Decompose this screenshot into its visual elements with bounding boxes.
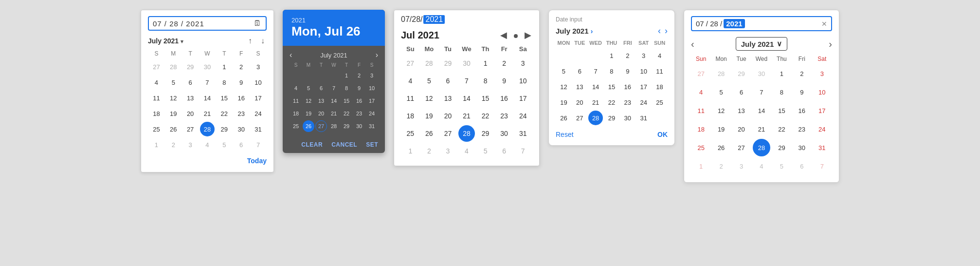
day-cell[interactable]: 11: [149, 91, 163, 105]
day-cell[interactable]: 6: [183, 75, 198, 90]
day-cell[interactable]: 16: [234, 91, 249, 105]
w2-day-highlighted[interactable]: 27: [315, 120, 327, 132]
w4-month-row: July 2021 › ‹ ›: [556, 26, 668, 36]
day-cell[interactable]: 12: [166, 91, 181, 105]
w4-next-button[interactable]: ›: [665, 26, 668, 36]
day-cell[interactable]: 28: [166, 59, 181, 74]
day-cell[interactable]: 10: [251, 75, 266, 90]
w5-day-selected[interactable]: 28: [753, 139, 770, 156]
day-cell[interactable]: 7: [200, 75, 215, 90]
w3-dot-button[interactable]: [513, 29, 519, 41]
w5-date-input[interactable]: 07 / 28 / 2021 ✕: [691, 16, 832, 31]
day-cell[interactable]: 7: [251, 137, 266, 152]
w1-dow-row: S M T W T F S: [148, 50, 267, 57]
day-cell[interactable]: 30: [200, 59, 215, 74]
w2-actions: CLEAR CANCEL SET: [283, 137, 385, 153]
dropdown-arrow-icon: ▾: [181, 38, 183, 44]
day-cell[interactable]: 1: [217, 59, 232, 74]
w4-prev-button[interactable]: ‹: [658, 26, 661, 36]
day-cell[interactable]: 29: [183, 59, 198, 74]
day-cell[interactable]: 21: [200, 106, 215, 121]
w4-ok-button[interactable]: OK: [657, 131, 668, 138]
day-cell[interactable]: 5: [166, 75, 181, 90]
w5-month-label: July 2021: [741, 40, 774, 48]
w3-next-button[interactable]: ▶: [524, 29, 532, 41]
w5-next-button[interactable]: ›: [829, 38, 832, 50]
w3-date-input[interactable]: 07/28/ 2021: [401, 15, 532, 24]
w2-day-selected[interactable]: 26: [303, 120, 314, 132]
w3-day-grid: 27 28 29 30 1 2 3 4 5 6 7 8 9 10 11 12 1…: [401, 55, 532, 160]
calendar-icon[interactable]: 🗓: [254, 19, 262, 28]
w3-prev-button[interactable]: ◀: [499, 29, 508, 41]
day-cell[interactable]: 22: [217, 106, 232, 121]
w2-set-button[interactable]: SET: [366, 141, 378, 148]
day-cell[interactable]: 14: [200, 91, 215, 105]
day-cell[interactable]: 2: [234, 59, 249, 74]
w5-dow-row: Sun Mon Tue Wed Thu Fri Sat: [691, 56, 832, 62]
w5-day-grid: 27 28 29 30 1 2 3 4 5 6 7 8 9 10 11 12 1…: [691, 64, 832, 175]
day-cell[interactable]: 24: [251, 106, 266, 121]
w1-next-button[interactable]: ↓: [259, 36, 267, 46]
day-cell[interactable]: 13: [183, 91, 198, 105]
day-cell[interactable]: 27: [149, 59, 163, 74]
w4-label: Date input: [556, 16, 668, 23]
day-cell[interactable]: 27: [183, 122, 198, 136]
day-cell[interactable]: 20: [183, 106, 198, 121]
w1-prev-button[interactable]: ↑: [246, 36, 254, 46]
day-cell[interactable]: 9: [234, 75, 249, 90]
w4-month-label: July 2021 ›: [556, 27, 593, 35]
close-icon[interactable]: ✕: [821, 20, 827, 28]
w2-month-label: July 2021: [320, 52, 347, 59]
chevron-down-icon: ∨: [777, 39, 782, 48]
w4-footer: Reset OK: [556, 131, 668, 138]
w3-nav-btns: ◀ ▶: [499, 29, 532, 41]
w2-date-big: Mon, Jul 26: [291, 24, 376, 39]
w2-prev-button[interactable]: ‹: [290, 51, 292, 59]
w3-month-nav: Jul 2021 ◀ ▶: [401, 29, 532, 41]
w5-month-nav: ‹ July 2021 ∨ ›: [691, 37, 832, 51]
w1-date-input[interactable]: 07 / 28 / 2021 🗓: [148, 16, 267, 31]
w3-dow-row: Su Mo Tu We Th Fr Sa: [401, 45, 532, 53]
w1-day-grid: 27 28 29 30 1 2 3 4 5 6 7 8 9 10 11 12 1…: [148, 59, 267, 152]
chevron-right-icon[interactable]: ›: [591, 27, 593, 35]
w4-reset-button[interactable]: Reset: [556, 131, 574, 138]
w2-clear-button[interactable]: CLEAR: [301, 141, 323, 148]
day-cell[interactable]: 6: [234, 137, 249, 152]
day-cell[interactable]: 2: [166, 137, 181, 152]
day-cell[interactable]: 29: [217, 122, 232, 136]
w4-nav: ‹ ›: [658, 26, 668, 36]
w2-month-nav: ‹ July 2021 ›: [290, 51, 378, 59]
w2-cancel-button[interactable]: CANCEL: [331, 141, 357, 148]
day-cell[interactable]: 3: [251, 59, 266, 74]
day-cell[interactable]: 8: [217, 75, 232, 90]
w2-body: ‹ July 2021 › S M T W T F S 1 2 3 4 5 6 …: [283, 46, 385, 137]
widget3-browser-native-picker: 07/28/ 2021 Jul 2021 ◀ ▶ Su Mo Tu We Th …: [394, 10, 540, 166]
w1-month-label[interactable]: July 2021 ▾: [148, 37, 183, 45]
today-button[interactable]: Today: [247, 157, 267, 165]
w2-next-button[interactable]: ›: [376, 51, 378, 59]
day-cell-selected[interactable]: 28: [200, 122, 215, 136]
w2-day-grid: 1 2 3 4 5 6 7 8 9 10 11 12 13 14 15 16 1…: [290, 69, 378, 133]
w2-dow-row: S M T W T F S: [290, 62, 378, 68]
day-cell[interactable]: 1: [149, 137, 163, 152]
day-cell[interactable]: 18: [149, 106, 163, 121]
day-cell[interactable]: 3: [183, 137, 198, 152]
day-cell[interactable]: 17: [251, 91, 266, 105]
w5-month-dropdown[interactable]: July 2021 ∨: [736, 37, 788, 51]
day-cell[interactable]: 5: [217, 137, 232, 152]
day-cell[interactable]: 4: [149, 75, 163, 90]
day-cell[interactable]: 25: [149, 122, 163, 136]
day-cell[interactable]: 4: [200, 137, 215, 152]
w1-nav: ↑ ↓: [246, 36, 267, 46]
day-cell[interactable]: 30: [234, 122, 249, 136]
w3-month-label: Jul 2021: [401, 30, 439, 41]
day-cell[interactable]: 31: [251, 122, 266, 136]
day-cell[interactable]: 23: [234, 106, 249, 121]
day-cell[interactable]: 15: [217, 91, 232, 105]
w4-day-selected[interactable]: 28: [588, 111, 603, 125]
day-cell[interactable]: 26: [166, 122, 181, 136]
day-cell[interactable]: 19: [166, 106, 181, 121]
w5-prev-button[interactable]: ‹: [691, 38, 694, 50]
w3-day-selected[interactable]: 28: [458, 125, 475, 142]
w5-year-highlighted: 2021: [724, 19, 744, 28]
